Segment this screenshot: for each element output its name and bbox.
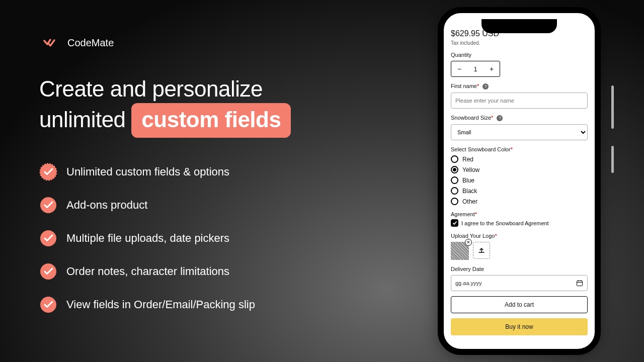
svg-rect-5 — [577, 281, 583, 286]
agreement-label: Agrement* — [451, 211, 588, 217]
color-option-black[interactable]: Black — [451, 187, 588, 195]
feature-text: Order notes, character limitations — [66, 265, 229, 278]
brand-logo-icon — [39, 32, 60, 53]
help-icon[interactable]: ? — [482, 83, 489, 89]
feature-item: Unlimited custom fields & options — [39, 163, 361, 181]
feature-text: Add-ons product — [66, 199, 147, 212]
remove-thumbnail-button[interactable]: ✕ — [465, 239, 472, 246]
color-label: Select Snowboard Color* — [451, 146, 588, 152]
size-label: Snowboard Size* ? — [451, 115, 588, 121]
feature-item: Order notes, character limitations — [39, 262, 361, 281]
phone-notch-icon — [481, 19, 557, 33]
headline-line2-pre: unlimited — [39, 107, 131, 132]
brand-row: CodeMate — [39, 32, 361, 53]
phone-mockup: $629.95 USD Tax included. Quantity − 1 +… — [438, 7, 601, 355]
check-badge-icon — [39, 163, 57, 181]
help-icon[interactable]: ? — [497, 115, 503, 121]
feature-item: View fields in Order/Email/Packing slip — [39, 296, 361, 314]
agreement-checkbox[interactable] — [451, 219, 458, 227]
feature-item: Add-ons product — [39, 196, 361, 214]
color-option-red[interactable]: Red — [451, 155, 588, 163]
buy-now-button[interactable]: Buy it now — [451, 318, 588, 335]
check-badge-icon — [39, 229, 57, 247]
headline-highlight: custom fields — [131, 103, 291, 138]
color-option-blue[interactable]: Blue — [451, 176, 588, 184]
tax-note: Tax included. — [451, 40, 588, 46]
first-name-input[interactable] — [451, 93, 588, 109]
feature-text: View fields in Order/Email/Packing slip — [66, 298, 255, 311]
quantity-increase-button[interactable]: + — [484, 65, 500, 73]
phone-power-button-icon — [611, 85, 614, 129]
delivery-date-placeholder: gg.aa.yyyy — [455, 280, 482, 286]
feature-text: Multiple file uploads, date pickers — [66, 232, 229, 245]
delivery-date-input[interactable]: gg.aa.yyyy — [451, 275, 588, 291]
color-option-other[interactable]: Other — [451, 198, 588, 205]
feature-text: Unlimited custom fields & options — [66, 165, 229, 178]
delivery-label: Delivery Date — [451, 266, 588, 272]
check-badge-icon — [39, 196, 57, 214]
phone-volume-button-icon — [611, 146, 614, 173]
uploaded-thumbnail[interactable]: ✕ — [451, 242, 469, 260]
size-select[interactable]: Small — [451, 124, 588, 140]
check-badge-icon — [39, 262, 57, 281]
calendar-icon — [576, 280, 583, 287]
upload-label: Upload Your Logo* — [451, 233, 588, 239]
quantity-label: Quantity — [451, 52, 588, 58]
add-to-cart-button[interactable]: Add to cart — [451, 296, 588, 313]
quantity-decrease-button[interactable]: − — [451, 65, 467, 73]
agreement-text: I agree to the Snowboard Agrement — [461, 220, 549, 226]
first-name-label: First name* ? — [451, 83, 588, 89]
check-badge-icon — [39, 296, 57, 314]
feature-item: Multiple file uploads, date pickers — [39, 229, 361, 247]
upload-icon — [478, 247, 485, 254]
headline: Create and personalize unlimited custom … — [39, 74, 361, 138]
quantity-stepper[interactable]: − 1 + — [451, 61, 500, 77]
color-option-yellow[interactable]: Yellow — [451, 166, 588, 173]
upload-button[interactable] — [473, 242, 490, 259]
headline-line1: Create and personalize — [39, 76, 263, 101]
brand-name: CodeMate — [67, 37, 114, 49]
quantity-value: 1 — [467, 65, 484, 73]
agreement-checkbox-row[interactable]: I agree to the Snowboard Agrement — [451, 219, 588, 227]
feature-list: Unlimited custom fields & options Add-on… — [39, 163, 361, 314]
